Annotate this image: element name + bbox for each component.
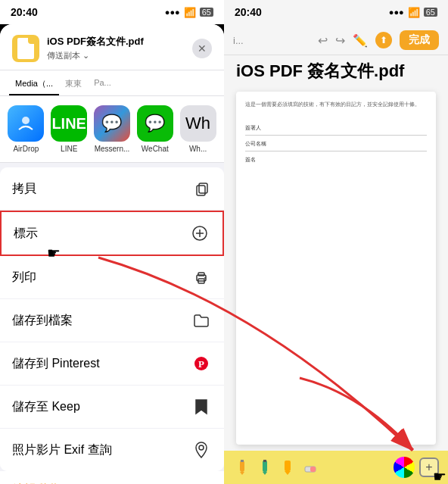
markup-icon (189, 223, 210, 244)
svg-text:P: P (198, 358, 204, 370)
pdf-signature-area: 簽署人 公司名稱 簽名 (245, 124, 427, 164)
right-status-time: 20:40 (235, 6, 262, 18)
app-wechat[interactable]: 💬 WeChat (135, 105, 175, 153)
pinterest-icon: P (191, 353, 212, 374)
more-label: Wh... (178, 145, 218, 153)
wifi-icon: 📶 (184, 7, 196, 18)
copy-button[interactable]: 傳送副本 ⌄ (47, 50, 192, 61)
wechat-icon: 💬 (137, 105, 173, 142)
pen-icon[interactable]: ✏️ (353, 33, 368, 48)
svg-point-7 (204, 277, 206, 279)
svg-rect-14 (263, 461, 267, 472)
done-button[interactable]: 完成 (400, 30, 439, 50)
share-sheet: iOS PDF簽名文件.pdf 傳送副本 ⌄ ✕ Media（... 東東 Pa… (0, 24, 224, 484)
svg-rect-2 (199, 183, 207, 193)
svg-rect-16 (263, 460, 266, 462)
undo-icon[interactable]: ↩ (318, 33, 328, 48)
svg-rect-6 (198, 273, 204, 276)
app-line[interactable]: LINE LINE (49, 105, 89, 153)
exif-label: 照片影片 Exif 查詢 (12, 442, 112, 458)
app-row-tabs: Media（... 東東 Pa... (0, 70, 224, 96)
left-status-bar: 20:40 ●●● 📶 65 (0, 0, 224, 24)
messenger-icon: 💬 (94, 105, 130, 142)
pdf-viewer: i... ↩ ↪ ✏️ ⬆ 完成 iOS PDF 簽名文件.pdf 這是一個需要… (224, 24, 448, 484)
location-icon (191, 439, 212, 461)
pdf-topbar-icons: ↩ ↪ ✏️ ⬆ 完成 (318, 30, 439, 50)
right-battery-icon: 65 (424, 8, 437, 17)
svg-rect-1 (197, 186, 205, 195)
battery-icon: 65 (200, 8, 213, 17)
app-messenger[interactable]: 💬 Messern... (92, 105, 132, 153)
tab-media[interactable]: Media（... (9, 73, 59, 95)
copy-label: 拷貝 (12, 181, 36, 197)
toolbar-pencil[interactable] (233, 458, 251, 476)
folder-icon (191, 310, 212, 331)
action-save-files[interactable]: 儲存到檔案 (0, 299, 224, 342)
pdf-title: iOS PDF 簽名文件.pdf (236, 61, 436, 81)
airdrop-icon (8, 105, 44, 142)
svg-marker-12 (240, 472, 244, 475)
toolbar-eraser[interactable] (301, 458, 319, 476)
pdf-sign-label: 簽名 (245, 156, 427, 164)
file-icon (12, 35, 39, 62)
action-copy[interactable]: 拷貝 (0, 167, 224, 211)
pdf-company-label: 公司名稱 (245, 140, 427, 148)
toolbar-pen[interactable] (256, 458, 274, 476)
right-status-icons: ●●● 📶 65 (389, 7, 437, 18)
share-header: iOS PDF簽名文件.pdf 傳送副本 ⌄ ✕ (0, 24, 224, 70)
line-label: LINE (49, 145, 89, 153)
action-keep[interactable]: 儲存至 Keep (0, 386, 224, 429)
bookmark-icon (191, 396, 212, 417)
tab-pa[interactable]: Pa... (88, 73, 117, 95)
svg-point-0 (22, 117, 30, 124)
markup-label: 標示 (14, 226, 38, 242)
share-icon[interactable]: ⬆ (375, 32, 392, 48)
action-pinterest[interactable]: 儲存到 Pinterest P (0, 342, 224, 386)
pdf-topbar: i... ↩ ↪ ✏️ ⬆ 完成 (224, 24, 448, 55)
keep-label: 儲存至 Keep (12, 399, 80, 415)
action-exif[interactable]: 照片影片 Exif 查詢 (0, 429, 224, 471)
pdf-back-title: i... (233, 35, 244, 46)
app-icons-row: AirDrop LINE LINE 💬 Messern... 💬 (0, 96, 224, 163)
svg-marker-18 (285, 471, 291, 475)
toolbar-marker[interactable] (278, 458, 297, 476)
pdf-page: 這是一個需要必須填寫的技術，有下有效的目記方，並安全記錄使用十條。 簽署人 公司… (236, 92, 436, 445)
svg-rect-11 (240, 461, 244, 472)
left-status-icons: ●●● 📶 65 (165, 7, 213, 18)
left-status-time: 20:40 (11, 6, 38, 18)
action-list: 拷貝 標示 (0, 163, 224, 484)
wechat-label: WeChat (135, 145, 175, 153)
right-signal-icon: ●●● (389, 8, 404, 17)
pdf-name-label: 簽署人 (245, 124, 427, 132)
right-wifi-icon: 📶 (408, 7, 420, 18)
svg-rect-20 (310, 467, 316, 472)
pdf-content-area: 這是一個需要必須填寫的技術，有下有效的目記方，並安全記錄使用十條。 簽署人 公司… (224, 86, 448, 451)
pdf-body: 這是一個需要必須填寫的技術，有下有效的目記方，並安全記錄使用十條。 (245, 101, 427, 109)
close-button[interactable]: ✕ (192, 39, 212, 58)
print-label: 列印 (12, 270, 36, 286)
edit-actions-button[interactable]: 編輯動作… (0, 471, 224, 484)
signal-icon: ●●● (165, 8, 180, 17)
right-status-bar: 20:40 ●●● 📶 65 (224, 0, 448, 24)
svg-rect-13 (241, 460, 244, 462)
add-tool-button[interactable]: + (419, 457, 439, 477)
line-icon: LINE (51, 105, 87, 142)
redo-icon[interactable]: ↪ (335, 33, 345, 48)
pdf-body-text: 這是一個需要必須填寫的技術，有下有效的目記方，並安全記錄使用十條。 (245, 101, 427, 109)
action-markup[interactable]: 標示 ☛ (0, 211, 224, 256)
svg-rect-17 (285, 461, 291, 471)
file-icon-inner (17, 38, 34, 59)
tab-dongdong[interactable]: 東東 (59, 73, 88, 95)
app-more[interactable]: Wh Wh... (178, 105, 218, 153)
app-airdrop[interactable]: AirDrop (6, 105, 46, 153)
color-picker[interactable] (394, 457, 415, 478)
share-title-area: iOS PDF簽名文件.pdf 傳送副本 ⌄ (47, 36, 192, 61)
save-files-label: 儲存到檔案 (12, 313, 73, 329)
print-icon (191, 267, 212, 288)
svg-marker-15 (263, 472, 267, 475)
svg-point-10 (199, 445, 204, 450)
share-filename: iOS PDF簽名文件.pdf (47, 36, 192, 48)
action-print[interactable]: 列印 (0, 256, 224, 299)
copy-icon (191, 178, 212, 199)
airdrop-label: AirDrop (6, 145, 46, 153)
